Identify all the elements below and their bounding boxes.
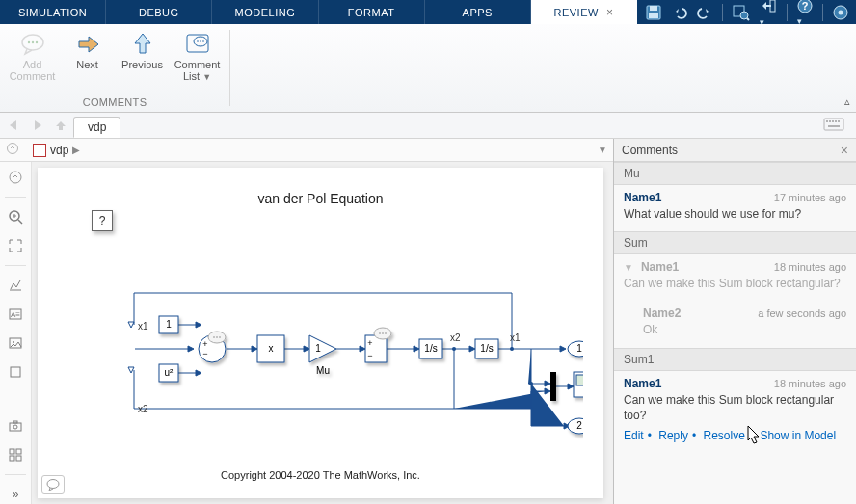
svg-rect-45 <box>16 456 21 461</box>
search-project-icon[interactable] <box>733 4 750 21</box>
svg-point-19 <box>202 40 204 42</box>
svg-text:x2: x2 <box>450 332 461 343</box>
comments-panel: Comments × Mu Name117 minutes ago What v… <box>614 139 856 504</box>
comment-item[interactable]: Name117 minutes ago What value should we… <box>614 185 856 231</box>
svg-text:x: x <box>269 343 274 354</box>
svg-text:x1: x1 <box>138 321 148 332</box>
tab-apps[interactable]: APPS <box>425 0 531 24</box>
help-icon[interactable]: ?▾ <box>797 0 813 27</box>
ribbon-overflow-icon[interactable]: ▵ <box>844 95 850 108</box>
ribbon-group-comments: Add Comment Next Previous Comment List ▼… <box>0 24 229 112</box>
svg-text:1: 1 <box>576 343 582 354</box>
copyright-text: Copyright 2004-2020 The MathWorks, Inc. <box>38 469 603 481</box>
keyboard-icon[interactable] <box>823 118 844 134</box>
svg-text:1/s: 1/s <box>424 343 437 354</box>
svg-rect-77 <box>576 375 583 385</box>
comment-list-button[interactable]: Comment List ▼ <box>171 28 224 86</box>
add-comment-button: Add Comment <box>6 28 59 86</box>
svg-point-37 <box>13 341 14 343</box>
tab-modeling[interactable]: MODELING <box>212 0 318 24</box>
action-show-in-model[interactable]: Show in Model <box>760 429 836 442</box>
svg-point-59 <box>219 336 221 338</box>
expand-panel-icon[interactable]: » <box>6 485 25 504</box>
svg-rect-40 <box>13 421 17 423</box>
action-resolve[interactable]: Resolve <box>703 429 744 442</box>
nav-up-icon[interactable] <box>50 116 71 135</box>
diagram-title: van der Pol Equation <box>38 191 603 206</box>
ribbon-group-title: COMMENTS <box>83 96 147 110</box>
hide-explorer-icon[interactable] <box>6 168 25 187</box>
svg-text:u²: u² <box>165 367 174 378</box>
undo-icon[interactable] <box>672 5 687 20</box>
thread-header-mu[interactable]: Mu <box>614 162 856 185</box>
svg-point-28 <box>10 172 21 183</box>
zoom-icon[interactable] <box>6 207 25 226</box>
tab-format[interactable]: FORMAT <box>319 0 425 24</box>
svg-point-48 <box>529 382 533 385</box>
close-icon[interactable]: × <box>606 6 614 19</box>
svg-point-18 <box>200 40 201 42</box>
canvas-palette: A≡ » <box>0 162 32 504</box>
comment-item[interactable]: ▼Name118 minutes ago Can we make this Su… <box>614 254 856 301</box>
svg-rect-39 <box>10 423 21 431</box>
svg-rect-75 <box>550 372 556 401</box>
tab-simulation[interactable]: SIMULATION <box>0 0 106 24</box>
redo-icon[interactable] <box>697 5 712 20</box>
svg-text:1/s: 1/s <box>480 343 493 354</box>
svg-point-47 <box>452 347 456 351</box>
svg-point-12 <box>27 41 29 43</box>
nav-back-icon[interactable] <box>4 116 25 135</box>
comment-item[interactable]: Name118 minutes ago Can we make this Sum… <box>614 371 856 452</box>
toolstrip-tabs: SIMULATION DEBUG MODELING FORMAT APPS RE… <box>0 0 856 24</box>
tab-review[interactable]: REVIEW× <box>531 0 637 24</box>
thread-header-sum1[interactable]: Sum1 <box>614 348 856 371</box>
block-diagram: 1 u² +− x 1 Mu +− 1/ <box>82 281 583 445</box>
svg-line-5 <box>747 18 749 20</box>
action-edit[interactable]: Edit <box>624 429 644 442</box>
image-icon[interactable] <box>6 333 25 353</box>
next-comment-button[interactable]: Next <box>61 28 114 74</box>
fit-view-icon[interactable] <box>6 236 25 255</box>
svg-point-86 <box>47 480 59 489</box>
comment-reply[interactable]: Name2a few seconds ago Ok <box>614 301 856 347</box>
model-canvas[interactable]: van der Pol Equation ? <box>38 168 603 498</box>
model-icon <box>33 144 46 157</box>
svg-rect-21 <box>826 120 828 122</box>
svg-rect-22 <box>829 120 831 122</box>
hide-browser-icon[interactable] <box>6 142 19 158</box>
svg-text:Mu: Mu <box>316 365 330 376</box>
nav-forward-icon[interactable] <box>27 116 48 135</box>
svg-rect-25 <box>838 120 840 122</box>
screenshot-icon[interactable] <box>6 416 25 436</box>
svg-text:A≡: A≡ <box>11 310 20 319</box>
comment-actions: Edit• Reply• Resolve• Show in Model <box>624 429 846 442</box>
breadcrumb-dropdown-icon[interactable]: ▼ <box>598 145 607 155</box>
annotation-icon[interactable]: A≡ <box>6 305 25 324</box>
disclose-icon[interactable]: ▼ <box>624 262 633 273</box>
save-icon[interactable] <box>645 4 662 21</box>
action-reply[interactable]: Reply <box>658 429 688 442</box>
svg-line-30 <box>18 220 22 224</box>
model-info-block[interactable]: ? <box>92 210 113 231</box>
sample-time-icon[interactable] <box>6 276 25 295</box>
close-panel-icon[interactable]: × <box>841 143 848 158</box>
previous-comment-button[interactable]: Previous <box>116 28 169 74</box>
svg-text:x2: x2 <box>138 404 148 414</box>
svg-point-69 <box>382 332 384 334</box>
svg-rect-42 <box>10 449 14 454</box>
svg-point-68 <box>379 332 381 334</box>
breadcrumb-model[interactable]: vdp <box>50 144 68 157</box>
svg-point-14 <box>35 41 37 43</box>
viewmarks-icon[interactable] <box>6 445 25 464</box>
svg-rect-23 <box>832 120 834 122</box>
toggle-comments-icon[interactable] <box>41 475 65 494</box>
svg-rect-20 <box>824 119 843 130</box>
tab-debug[interactable]: DEBUG <box>106 0 212 24</box>
thread-header-sum[interactable]: Sum <box>614 231 856 254</box>
chevron-right-icon[interactable]: ▶ <box>72 145 80 155</box>
file-tab-vdp[interactable]: vdp <box>73 117 120 138</box>
collapse-ribbon-icon[interactable] <box>833 5 848 20</box>
svg-rect-2 <box>649 13 658 18</box>
svg-rect-1 <box>650 6 657 11</box>
area-icon[interactable] <box>6 362 25 382</box>
